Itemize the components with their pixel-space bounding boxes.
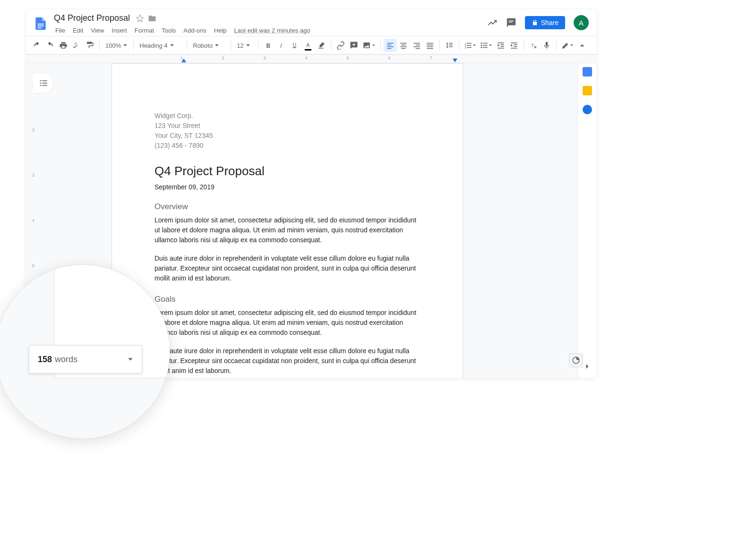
paint-format-button[interactable]	[83, 39, 96, 52]
menu-insert[interactable]: Insert	[108, 25, 130, 36]
ruler-mark: 4	[305, 56, 307, 60]
svg-rect-9	[293, 48, 297, 48]
svg-rect-40	[483, 47, 488, 48]
svg-rect-32	[467, 43, 472, 44]
svg-rect-4	[508, 22, 512, 22]
svg-rect-54	[40, 85, 41, 86]
spellcheck-button[interactable]: A	[70, 39, 83, 52]
font-dropdown[interactable]: Roboto	[190, 39, 228, 52]
side-panel	[577, 63, 596, 378]
insert-link-button[interactable]	[334, 39, 347, 52]
paragraph: Duis aute irure dolor in reprehenderit i…	[155, 346, 420, 376]
last-edit-link[interactable]: Last edit was 2 minutes ago	[231, 25, 314, 36]
redo-button[interactable]	[43, 39, 57, 52]
editing-mode-button[interactable]	[559, 39, 576, 52]
line-spacing-button[interactable]	[443, 39, 456, 52]
bulleted-list-button[interactable]	[478, 39, 494, 52]
menu-tools[interactable]: Tools	[158, 25, 179, 36]
align-justify-button[interactable]	[423, 39, 437, 52]
zoom-dropdown[interactable]: 100%	[103, 39, 130, 52]
menu-view[interactable]: View	[87, 25, 107, 36]
right-indent-marker-icon[interactable]	[453, 59, 457, 62]
tasks-addon-icon[interactable]	[583, 105, 592, 114]
menu-help[interactable]: Help	[211, 25, 230, 36]
svg-rect-52	[40, 83, 41, 84]
svg-rect-25	[427, 43, 434, 44]
print-button[interactable]	[57, 39, 70, 52]
italic-button[interactable]: I	[275, 39, 288, 52]
titlebar: Q4 Project Proposal File Edit View Inser…	[26, 9, 596, 36]
svg-rect-39	[483, 45, 488, 46]
word-count-chip[interactable]: 158 words	[29, 345, 142, 373]
svg-rect-34	[467, 47, 472, 48]
paragraph-style-dropdown[interactable]: Heading 4	[137, 39, 184, 52]
horizontal-ruler[interactable]: 1234567	[26, 55, 596, 63]
keep-addon-icon[interactable]	[583, 86, 592, 95]
font-size-dropdown[interactable]: 12	[234, 39, 256, 52]
increase-indent-button[interactable]	[507, 39, 521, 52]
share-button[interactable]: Share	[525, 16, 565, 29]
numbered-list-button[interactable]: 123	[462, 39, 478, 52]
letterhead: Widget Corp. 123 Your Street Your City, …	[155, 111, 420, 151]
decrease-indent-button[interactable]	[494, 39, 507, 52]
company-name: Widget Corp.	[155, 111, 420, 121]
collapse-toolbar-button[interactable]	[576, 39, 589, 52]
svg-text:U: U	[293, 42, 297, 48]
title-block: Q4 Project Proposal File Edit View Inser…	[52, 12, 314, 36]
svg-rect-17	[401, 43, 407, 44]
ruler-mark: 3	[263, 56, 266, 60]
share-label: Share	[541, 19, 558, 26]
svg-rect-24	[416, 48, 420, 49]
svg-rect-43	[501, 46, 505, 47]
underline-button[interactable]: U	[288, 39, 301, 52]
align-right-button[interactable]	[410, 39, 423, 52]
menu-format[interactable]: Format	[131, 25, 157, 36]
bold-button[interactable]: B	[262, 39, 275, 52]
toolbar: A 100% Heading 4 Roboto 12 B I U A 123 T	[26, 36, 596, 55]
comments-icon[interactable]	[506, 17, 516, 28]
document-title[interactable]: Q4 Project Proposal	[52, 12, 132, 24]
indent-marker-icon[interactable]	[181, 59, 186, 62]
undo-button[interactable]	[30, 39, 43, 52]
menu-edit[interactable]: Edit	[69, 25, 86, 36]
svg-rect-53	[42, 83, 47, 84]
clear-formatting-button[interactable]: T	[527, 39, 540, 52]
style-value: Heading 4	[139, 42, 167, 49]
svg-rect-44	[498, 48, 505, 49]
folder-icon[interactable]	[148, 14, 156, 23]
align-left-button[interactable]	[384, 39, 397, 52]
vruler-mark: 4	[32, 218, 34, 223]
docs-logo-icon[interactable]	[32, 12, 49, 35]
insert-image-button[interactable]	[361, 39, 378, 52]
text-color-button[interactable]: A	[301, 39, 315, 52]
menu-file[interactable]: File	[52, 25, 69, 36]
align-center-button[interactable]	[397, 39, 410, 52]
zoom-value: 100%	[105, 42, 121, 49]
side-panel-toggle[interactable]	[583, 362, 592, 371]
outline-toggle-button[interactable]	[33, 73, 54, 93]
svg-rect-47	[514, 46, 518, 47]
explore-button[interactable]	[569, 353, 583, 367]
activity-icon[interactable]	[487, 17, 498, 28]
svg-rect-21	[414, 43, 421, 44]
menu-addons[interactable]: Add-ons	[180, 25, 209, 36]
paragraph: Duis aute irure dolor in reprehenderit i…	[155, 254, 420, 283]
svg-text:A: A	[75, 42, 77, 46]
star-icon[interactable]	[136, 14, 144, 23]
svg-rect-46	[514, 44, 518, 45]
svg-rect-2	[37, 27, 41, 28]
phone: (123) 456 - 7890	[155, 141, 420, 151]
svg-text:A: A	[307, 42, 310, 48]
vruler-mark: 5	[32, 263, 34, 268]
calendar-addon-icon[interactable]	[583, 67, 592, 76]
svg-rect-19	[401, 46, 407, 47]
highlight-color-button[interactable]	[315, 39, 328, 52]
chevron-down-icon	[128, 356, 133, 362]
add-comment-button[interactable]	[347, 39, 361, 52]
voice-typing-button[interactable]	[540, 39, 553, 52]
svg-rect-55	[42, 85, 47, 86]
account-avatar[interactable]: A	[574, 15, 589, 30]
svg-rect-13	[387, 43, 394, 44]
word-count-label: words	[55, 355, 77, 365]
font-value: Roboto	[193, 42, 213, 49]
